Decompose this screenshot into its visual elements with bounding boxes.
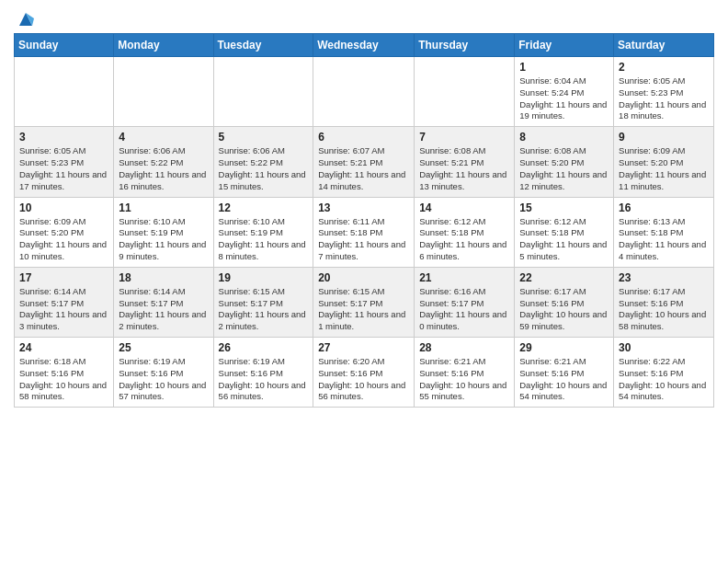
calendar-cell: 7Sunrise: 6:08 AMSunset: 5:21 PMDaylight…: [415, 127, 515, 197]
day-info: Sunrise: 6:19 AMSunset: 5:16 PMDaylight:…: [119, 356, 208, 403]
daylight-info: Daylight: 11 hours and 18 minutes.: [619, 99, 706, 121]
weekday-header-tuesday: Tuesday: [213, 34, 313, 57]
daylight-info: Daylight: 11 hours and 2 minutes.: [119, 309, 206, 331]
sunrise-info: Sunrise: 6:06 AM: [119, 145, 185, 155]
daylight-info: Daylight: 10 hours and 58 minutes.: [19, 380, 107, 402]
calendar-cell: 14Sunrise: 6:12 AMSunset: 5:18 PMDayligh…: [415, 197, 515, 267]
sunset-info: Sunset: 5:17 PM: [419, 298, 483, 308]
day-info: Sunrise: 6:19 AMSunset: 5:16 PMDaylight:…: [219, 356, 309, 403]
day-info: Sunrise: 6:16 AMSunset: 5:17 PMDaylight:…: [419, 286, 509, 333]
daylight-info: Daylight: 10 hours and 54 minutes.: [619, 380, 706, 402]
day-info: Sunrise: 6:21 AMSunset: 5:16 PMDaylight:…: [419, 356, 509, 403]
sunrise-info: Sunrise: 6:13 AM: [619, 216, 685, 226]
sunset-info: Sunset: 5:16 PM: [619, 368, 683, 378]
sunset-info: Sunset: 5:16 PM: [519, 298, 584, 308]
daylight-info: Daylight: 10 hours and 58 minutes.: [619, 309, 706, 331]
day-number: 9: [619, 131, 709, 144]
day-number: 16: [619, 201, 709, 214]
sunrise-info: Sunrise: 6:19 AM: [119, 356, 185, 366]
sunset-info: Sunset: 5:24 PM: [519, 87, 584, 98]
calendar-cell: 5Sunrise: 6:06 AMSunset: 5:22 PMDaylight…: [213, 127, 313, 197]
day-number: 29: [519, 341, 609, 354]
sunset-info: Sunset: 5:16 PM: [318, 368, 382, 378]
calendar-cell: 21Sunrise: 6:16 AMSunset: 5:17 PMDayligh…: [415, 267, 515, 337]
calendar-cell: 28Sunrise: 6:21 AMSunset: 5:16 PMDayligh…: [415, 338, 515, 408]
sunrise-info: Sunrise: 6:21 AM: [519, 356, 586, 366]
day-info: Sunrise: 6:05 AMSunset: 5:23 PMDaylight:…: [19, 145, 108, 192]
calendar-cell: 19Sunrise: 6:15 AMSunset: 5:17 PMDayligh…: [213, 267, 313, 337]
daylight-info: Daylight: 11 hours and 7 minutes.: [318, 239, 405, 261]
sunset-info: Sunset: 5:16 PM: [119, 368, 183, 378]
sunrise-info: Sunrise: 6:22 AM: [619, 356, 685, 366]
day-info: Sunrise: 6:14 AMSunset: 5:17 PMDaylight:…: [19, 286, 108, 333]
day-info: Sunrise: 6:17 AMSunset: 5:16 PMDaylight:…: [619, 286, 709, 333]
weekday-header-row: SundayMondayTuesdayWednesdayThursdayFrid…: [15, 34, 714, 57]
sunrise-info: Sunrise: 6:08 AM: [519, 145, 586, 155]
sunset-info: Sunset: 5:20 PM: [19, 227, 84, 237]
sunrise-info: Sunrise: 6:17 AM: [619, 286, 685, 296]
calendar-cell: 3Sunrise: 6:05 AMSunset: 5:23 PMDaylight…: [15, 127, 114, 197]
sunrise-info: Sunrise: 6:07 AM: [318, 145, 384, 155]
calendar-cell: 6Sunrise: 6:07 AMSunset: 5:21 PMDaylight…: [313, 127, 415, 197]
sunrise-info: Sunrise: 6:06 AM: [219, 145, 285, 155]
calendar-cell: 29Sunrise: 6:21 AMSunset: 5:16 PMDayligh…: [515, 338, 614, 408]
sunrise-info: Sunrise: 6:05 AM: [619, 75, 685, 86]
sunrise-info: Sunrise: 6:15 AM: [219, 286, 285, 296]
daylight-info: Daylight: 11 hours and 9 minutes.: [119, 239, 206, 261]
day-number: 10: [19, 201, 108, 214]
calendar-cell: 4Sunrise: 6:06 AMSunset: 5:22 PMDaylight…: [114, 127, 213, 197]
day-info: Sunrise: 6:17 AMSunset: 5:16 PMDaylight:…: [519, 286, 609, 333]
calendar-cell: 15Sunrise: 6:12 AMSunset: 5:18 PMDayligh…: [515, 197, 614, 267]
sunset-info: Sunset: 5:17 PM: [119, 298, 183, 308]
sunset-info: Sunset: 5:16 PM: [619, 298, 683, 308]
sunset-info: Sunset: 5:22 PM: [219, 157, 283, 167]
day-info: Sunrise: 6:20 AMSunset: 5:16 PMDaylight:…: [318, 356, 409, 403]
calendar-cell: 27Sunrise: 6:20 AMSunset: 5:16 PMDayligh…: [313, 338, 415, 408]
sunrise-info: Sunrise: 6:08 AM: [419, 145, 485, 155]
calendar-cell: 8Sunrise: 6:08 AMSunset: 5:20 PMDaylight…: [515, 127, 614, 197]
daylight-info: Daylight: 11 hours and 14 minutes.: [318, 169, 405, 191]
day-number: 12: [219, 201, 309, 214]
daylight-info: Daylight: 11 hours and 10 minutes.: [19, 239, 107, 261]
day-number: 18: [119, 271, 208, 284]
day-number: 19: [219, 271, 309, 284]
daylight-info: Daylight: 11 hours and 1 minute.: [318, 309, 405, 331]
day-number: 15: [519, 201, 609, 214]
weekday-header-saturday: Saturday: [614, 34, 714, 57]
sunset-info: Sunset: 5:23 PM: [619, 87, 683, 98]
calendar-cell: 13Sunrise: 6:11 AMSunset: 5:18 PMDayligh…: [313, 197, 415, 267]
sunrise-info: Sunrise: 6:14 AM: [19, 286, 85, 296]
sunset-info: Sunset: 5:16 PM: [219, 368, 283, 378]
day-info: Sunrise: 6:04 AMSunset: 5:24 PMDaylight:…: [519, 75, 609, 122]
daylight-info: Daylight: 11 hours and 5 minutes.: [519, 239, 607, 261]
weekday-header-wednesday: Wednesday: [313, 34, 415, 57]
daylight-info: Daylight: 11 hours and 13 minutes.: [419, 169, 506, 191]
sunrise-info: Sunrise: 6:12 AM: [519, 216, 586, 226]
logo-icon: [16, 9, 36, 29]
day-info: Sunrise: 6:10 AMSunset: 5:19 PMDaylight:…: [119, 216, 208, 263]
calendar-cell: 26Sunrise: 6:19 AMSunset: 5:16 PMDayligh…: [213, 338, 313, 408]
page: SundayMondayTuesdayWednesdayThursdayFrid…: [0, 0, 728, 421]
day-info: Sunrise: 6:15 AMSunset: 5:17 PMDaylight:…: [318, 286, 409, 333]
day-number: 1: [519, 61, 609, 74]
daylight-info: Daylight: 11 hours and 3 minutes.: [19, 309, 107, 331]
sunrise-info: Sunrise: 6:10 AM: [219, 216, 285, 226]
sunrise-info: Sunrise: 6:11 AM: [318, 216, 384, 226]
sunset-info: Sunset: 5:20 PM: [519, 157, 584, 167]
daylight-info: Daylight: 11 hours and 16 minutes.: [119, 169, 206, 191]
sunset-info: Sunset: 5:21 PM: [318, 157, 382, 167]
calendar-cell: [313, 57, 415, 127]
day-number: 5: [219, 131, 309, 144]
calendar-cell: 2Sunrise: 6:05 AMSunset: 5:23 PMDaylight…: [614, 57, 714, 127]
logo-area: [14, 9, 36, 26]
day-info: Sunrise: 6:10 AMSunset: 5:19 PMDaylight:…: [219, 216, 309, 263]
calendar-cell: 12Sunrise: 6:10 AMSunset: 5:19 PMDayligh…: [213, 197, 313, 267]
sunrise-info: Sunrise: 6:14 AM: [119, 286, 185, 296]
sunrise-info: Sunrise: 6:15 AM: [318, 286, 384, 296]
daylight-info: Daylight: 11 hours and 6 minutes.: [419, 239, 506, 261]
calendar-cell: 11Sunrise: 6:10 AMSunset: 5:19 PMDayligh…: [114, 197, 213, 267]
calendar-cell: 1Sunrise: 6:04 AMSunset: 5:24 PMDaylight…: [515, 57, 614, 127]
sunrise-info: Sunrise: 6:05 AM: [19, 145, 85, 155]
sunset-info: Sunset: 5:22 PM: [119, 157, 183, 167]
day-number: 23: [619, 271, 709, 284]
